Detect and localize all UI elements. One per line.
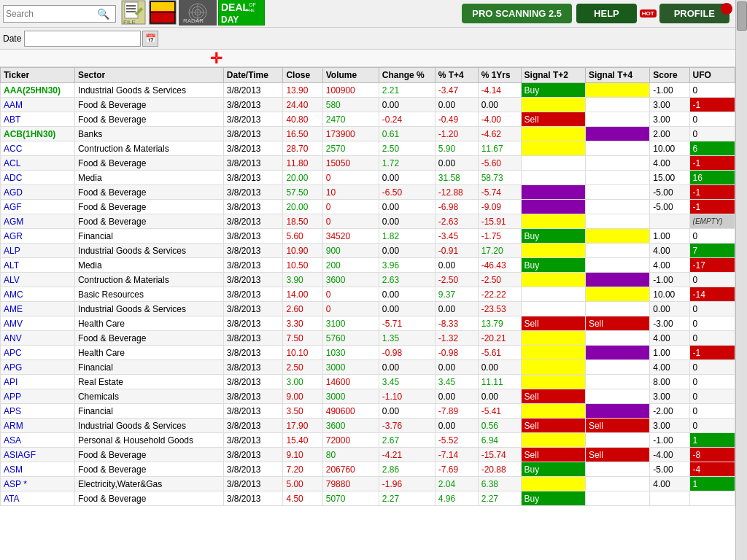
cell-pct-t4: 0.00 [435,98,478,112]
cell-datetime: 3/8/2013 [223,331,283,346]
table-row[interactable]: ADCMedia3/8/201320.0000.0031.5858.7315.0… [1,171,735,185]
cell-volume: 3600 [322,273,379,287]
cell-ticker: AMV [1,316,75,331]
table-row[interactable]: ASIAGFFood & Beverage3/8/20139.1080-4.21… [1,448,735,462]
cell-volume: 900 [322,244,379,258]
cell-volume: 34520 [322,229,379,244]
table-row[interactable]: ACLFood & Beverage3/8/201311.80150501.72… [1,156,735,171]
cell-datetime: 3/8/2013 [223,433,283,448]
cell-change: -3.76 [379,419,435,433]
cell-signal-t4 [585,346,649,360]
cell-pct-1yr: -1.75 [478,229,521,244]
table-row[interactable]: APSFinancial3/8/20133.504906000.00-7.89-… [1,404,735,419]
deal-of-day-icon[interactable]: DEAL OF THE DAY [218,0,265,28]
date-input[interactable] [24,31,141,47]
cell-datetime: 3/8/2013 [223,185,283,200]
table-row[interactable]: AGDFood & Beverage3/8/201357.5010-6.50-1… [1,185,735,200]
cell-signal-t2 [521,214,585,229]
cell-close: 16.50 [283,127,322,141]
cell-signal-t4 [585,331,649,346]
cell-signal-t2: Buy [521,258,585,273]
cell-signal-t2 [521,360,585,375]
cell-score: 0.00 [650,302,689,316]
table-row[interactable]: APIReal Estate3/8/20133.00146003.453.451… [1,375,735,389]
table-row[interactable]: AGFFood & Beverage3/8/201320.0000.00-6.9… [1,200,735,214]
cell-ticker: APP [1,389,75,404]
cell-pct-t4: 0.00 [435,419,478,433]
table-row[interactable]: APGFinancial3/8/20132.5030000.000.000.00… [1,360,735,375]
cell-score: 8.00 [650,375,689,389]
cell-ticker: AMC [1,287,75,302]
table-row[interactable]: AAA(25HN30)Industrial Goods & Services3/… [1,83,735,98]
cell-pct-t4: -3.45 [435,229,478,244]
cell-datetime: 3/8/2013 [223,156,283,171]
cell-datetime: 3/8/2013 [223,287,283,302]
cell-datetime: 3/8/2013 [223,127,283,141]
search-input[interactable] [6,9,97,19]
cell-pct-t4: -3.47 [435,83,478,98]
table-row[interactable]: AGRFinancial3/8/20135.60345201.82-3.45-1… [1,229,735,244]
cell-signal-t2 [521,185,585,200]
cell-pct-1yr: 0.00 [478,360,521,375]
table-row[interactable]: ATAFood & Beverage3/8/20134.5050702.274.… [1,491,735,506]
table-row[interactable]: ALVContruction & Materials3/8/20133.9036… [1,273,735,287]
table-container[interactable]: Ticker Sector Date/Time Close Volume Cha… [0,67,735,560]
table-row[interactable]: APCHealth Care3/8/201310.101030-0.98-0.9… [1,346,735,360]
table-row[interactable]: AMEIndustrial Goods & Services3/8/20132.… [1,302,735,316]
cell-change: -1.96 [379,477,435,491]
table-row[interactable]: ARMIndustrial Goods & Services3/8/201317… [1,419,735,433]
table-row[interactable]: ACCContruction & Materials3/8/201328.702… [1,141,735,156]
table-row[interactable]: AGMFood & Beverage3/8/201318.5000.00-2.6… [1,214,735,229]
cell-volume: 173900 [322,127,379,141]
radar-icon[interactable]: RADAR [179,0,217,28]
cell-pct-1yr: 6.38 [478,477,521,491]
table-row[interactable]: APPChemicals3/8/20139.003000-1.100.000.0… [1,389,735,404]
cell-ticker: ACB(1HN30) [1,127,75,141]
cell-signal-t4 [585,389,649,404]
cell-close: 5.60 [283,229,322,244]
table-row[interactable]: ALTMedia3/8/201310.502003.960.00-46.43Bu… [1,258,735,273]
table-row[interactable]: AAMFood & Beverage3/8/201324.405800.000.… [1,98,735,112]
table-row[interactable]: ASMFood & Beverage3/8/20137.202067602.86… [1,462,735,477]
cell-signal-t2 [521,287,585,302]
cell-pct-t4: 4.96 [435,491,478,506]
cell-change: 0.00 [379,200,435,214]
cell-score: 4.00 [650,360,689,375]
table-row[interactable]: ABTFood & Beverage3/8/201340.802470-0.24… [1,112,735,127]
cell-volume: 2470 [322,112,379,127]
cell-signal-t4 [585,375,649,389]
cell-change: -1.10 [379,389,435,404]
table-row[interactable]: ASP *Electricity,Water&Gas3/8/20135.0079… [1,477,735,491]
table-row[interactable]: ACB(1HN30)Banks3/8/201316.501739000.61-1… [1,127,735,141]
cell-score: -1.00 [650,273,689,287]
cell-ufo: -1 [689,156,735,171]
cell-pct-1yr: -15.74 [478,448,521,462]
table-row[interactable]: AMCBasic Resources3/8/201314.0000.009.37… [1,287,735,302]
cell-ticker: ASP * [1,477,75,491]
pro-scanning-button[interactable]: PRO SCANNING 2.5 [462,4,572,23]
profile-button[interactable]: PROFILE [659,4,729,23]
table-row[interactable]: ASAPersonal & Household Goods3/8/201315.… [1,433,735,448]
scrollbar-thumb[interactable] [737,1,747,31]
cell-sector: Industrial Goods & Services [74,302,223,316]
cell-change: -4.21 [379,448,435,462]
help-button[interactable]: HELP [576,4,637,23]
calendar-button[interactable]: 📅 [142,31,158,47]
cell-change: 0.61 [379,127,435,141]
file-icon[interactable]: FILE [120,0,147,28]
search-button[interactable]: 🔍 [97,8,109,20]
table-row[interactable]: ANVFood & Beverage3/8/20137.5057601.35-1… [1,331,735,346]
cell-pct-t4: -1.32 [435,331,478,346]
bag-icon[interactable] [148,0,177,28]
cell-signal-t4 [585,462,649,477]
table-row[interactable]: AMVHealth Care3/8/20133.303100-5.71-8.33… [1,316,735,331]
cell-pct-1yr: -5.41 [478,404,521,419]
cell-score: 2.00 [650,127,689,141]
cell-change: 1.72 [379,156,435,171]
cell-score: -1.00 [650,433,689,448]
cell-sector: Food & Beverage [74,491,223,506]
table-row[interactable]: ALPIndustrial Goods & Services3/8/201310… [1,244,735,258]
cell-signal-t2: Sell [521,316,585,331]
cell-signal-t4 [585,141,649,156]
scrollbar[interactable] [735,0,747,560]
